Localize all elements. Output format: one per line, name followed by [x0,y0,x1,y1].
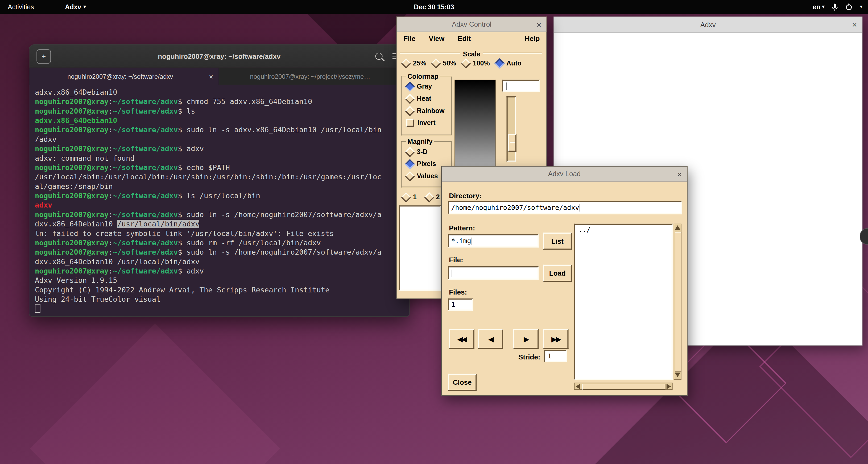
terminal-text-segment: : [108,248,113,256]
power-icon[interactable] [846,3,853,10]
app-menu-button[interactable]: Adxv ▾ [65,3,86,11]
terminal-text-segment: adxv: command not found [35,154,134,162]
scrollbar-thumb[interactable] [675,232,681,371]
scroll-down-icon[interactable] [675,373,680,377]
scale-section-title: Scale [397,49,547,59]
terminal-text-segment: ~/software/adxv [113,163,178,172]
colormap-option-gray[interactable]: Gray [406,83,445,90]
terminal-text-segment: ~/software/adxv [113,239,178,247]
tab-close-icon[interactable]: × [209,72,213,81]
skip-to-start-icon: ◀◀ [457,335,466,343]
radio-diamond-icon [405,171,415,181]
colormap-option-label: Heat [417,95,431,102]
close-dialog-button[interactable]: Close [448,374,476,391]
terminal-text-segment: echo $PATH [187,163,230,172]
magnify-option-values[interactable]: Values [406,172,438,180]
radio-diamond-icon [405,93,415,103]
slider-thumb[interactable] [508,134,517,152]
stride-value: 1 [547,352,551,360]
close-icon[interactable]: × [536,17,541,32]
horizontal-scrollbar[interactable] [574,382,673,390]
directory-input[interactable]: /home/noguhiro2007/software/adxv [448,201,682,214]
menu-file[interactable]: File [404,35,416,42]
search-button[interactable] [375,53,382,60]
colormap-option-rainbow[interactable]: Rainbow [406,107,445,115]
scroll-up-icon[interactable] [675,225,680,230]
terminal-text-segment: ls [187,107,195,115]
load-dialog-title: Adxv Load [548,170,581,178]
microphone-icon[interactable] [832,3,838,11]
radio-diamond-icon [431,58,441,68]
contrast-slider[interactable] [507,96,516,162]
terminal-text-segment: noguhiro2007@xray [35,145,108,153]
scale-option-50[interactable]: 50% [432,59,456,67]
control-titlebar[interactable]: Adxv Control × [397,17,547,32]
pattern-input[interactable]: *.img [448,234,538,247]
vertical-scrollbar[interactable] [674,224,681,380]
last-frame-button[interactable]: ▶▶ [543,329,569,349]
desktop: Activities Adxv ▾ Dec 30 15:03 en ▾ ▾ + … [0,0,868,464]
list-button[interactable]: List [543,233,572,250]
files-count-field[interactable]: 1 [448,299,473,311]
colormap-invert-checkbox[interactable]: Invert [406,119,445,127]
terminal-cursor [35,304,40,313]
terminal-tab-active[interactable]: noguhiro2007@xray: ~/software/adxv × [29,68,219,85]
terminal-text-segment: ~/software/adxv [113,97,178,105]
terminal-text-segment: /adxv [35,135,56,144]
scroll-right-icon[interactable] [666,383,671,389]
new-tab-button[interactable]: + [36,49,51,63]
terminal-text-segment: noguhiro2007@xray [35,97,108,105]
terminal-headerbar[interactable]: + noguhiro2007@xray: ~/software/adxv [29,45,409,68]
colormap-option-label: Gray [417,83,432,90]
control-value-input[interactable] [502,80,540,92]
terminal-text-segment: : [108,126,113,134]
zoom-level-2[interactable]: 2 [426,193,440,201]
colormap-frame-title: Colormap [406,73,440,80]
scrollbar-thumb[interactable] [583,384,665,390]
terminal-text-segment: ls /usr/local/bin [187,191,260,200]
control-window-title: Adxv Control [452,21,492,28]
scale-option-auto[interactable]: Auto [496,59,522,67]
next-frame-button[interactable]: ▶ [513,329,538,349]
scale-option-25[interactable]: 25% [402,59,426,67]
file-input[interactable] [448,266,538,280]
close-icon[interactable]: × [677,166,682,181]
activities-button[interactable]: Activities [8,3,34,11]
terminal-text-segment: : [108,211,113,219]
terminal-line: noguhiro2007@xray:~/software/adxv$ ls /u… [35,191,404,200]
system-status-area[interactable]: en ▾ ▾ [813,3,862,11]
zoom-level-1[interactable]: 1 [402,193,416,201]
adxv-load-dialog: Adxv Load × Directory: /home/noguhiro200… [441,166,688,396]
menu-view[interactable]: View [429,35,444,42]
previous-frame-button[interactable]: ◀ [478,329,503,349]
tab-label: noguhiro2007@xray: ~/project/lysozyme… [225,73,396,80]
load-button[interactable]: Load [543,265,572,282]
scroll-left-icon[interactable] [576,383,580,389]
menu-edit[interactable]: Edit [458,35,471,42]
close-icon[interactable]: × [852,17,857,32]
radio-diamond-icon [405,82,415,92]
stride-input[interactable]: 1 [544,350,567,362]
colormap-option-heat[interactable]: Heat [406,95,445,102]
terminal-text-segment: ln: failed to create symbolic link '/usr… [35,229,334,238]
menu-help[interactable]: Help [525,35,540,42]
first-frame-button[interactable]: ◀◀ [449,329,474,349]
keyboard-layout-indicator[interactable]: en ▾ [813,3,825,11]
scale-option-100[interactable]: 100% [462,59,490,67]
previous-icon: ◀ [488,335,493,343]
radio-diamond-icon [405,159,415,169]
file-list-item[interactable]: ../ [575,225,671,235]
clock-label[interactable]: Dec 30 15:03 [0,3,868,11]
terminal-line: adxv [35,200,404,210]
terminal-text-segment: sudo ln -s /home/noguhiro2007/software/a… [187,248,381,256]
terminal-text-segment: ~/software/adxv [113,145,178,153]
terminal-tab-inactive[interactable]: noguhiro2007@xray: ~/project/lysozyme… × [219,68,409,85]
viewer-titlebar[interactable]: Adxv × [554,17,862,33]
chevron-down-icon: ▾ [860,4,862,9]
file-listbox[interactable]: ../ [574,224,673,380]
magnify-option-3d[interactable]: 3-D [406,148,438,156]
load-titlebar[interactable]: Adxv Load × [442,166,687,181]
terminal-output[interactable]: adxv.x86_64Debian10noguhiro2007@xray:~/s… [29,85,409,316]
magnify-option-pixels[interactable]: Pixels [406,160,438,167]
terminal-text-segment: $ [178,211,187,219]
